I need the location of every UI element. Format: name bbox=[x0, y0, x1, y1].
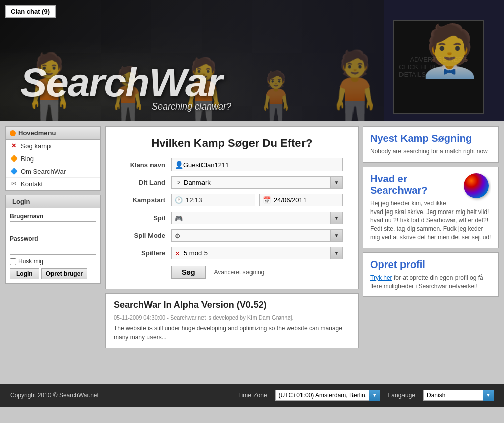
datetime-row: 🕐 📅 bbox=[171, 194, 343, 206]
opret-profil-text: Tryk her for at oprette din egen profil … bbox=[370, 274, 491, 291]
language-label: Langauge bbox=[388, 392, 415, 399]
search-form-title: Hvilken Kamp Søger Du Efter? bbox=[121, 137, 343, 150]
footer-right: Time Zone (UTC+01:00) Amsterdam, Berlin,… bbox=[238, 390, 494, 401]
search-button[interactable]: Søg bbox=[171, 266, 206, 279]
spil-row: Spil 🎮 Counter-Strike Warcraft ▼ bbox=[121, 212, 343, 224]
newest-match-section: Nyest Kamp Søgning Nobody are searching … bbox=[363, 126, 499, 163]
sidebar-label-kontakt: Kontakt bbox=[21, 180, 43, 188]
spillere-label: Spillere bbox=[121, 249, 171, 257]
sidebar-item-om[interactable]: 🔷 Om SearchWar bbox=[6, 165, 100, 178]
flag-icon: 🏳 bbox=[175, 179, 181, 186]
timezone-label: Time Zone bbox=[238, 392, 267, 399]
menu-title: Hovedmenu bbox=[18, 129, 56, 137]
news-box: SearchWar In Alpha Version (V0.52) 05-11… bbox=[105, 293, 359, 348]
timezone-select[interactable]: (UTC+01:00) Amsterdam, Berlin, (UTC) Lon… bbox=[275, 390, 380, 401]
what-is-section: Hvad er Searchwar? Hej jeg heeder kim, v… bbox=[363, 167, 499, 248]
center-panel: Hvilken Kamp Søger Du Efter? Klans navn … bbox=[105, 126, 359, 348]
password-label: Password bbox=[10, 235, 96, 242]
sidebar-label-søg: Søg kamp bbox=[21, 142, 51, 150]
dit-land-row: Dit Land 🏳 Danmark Sverige Norge Germany… bbox=[121, 176, 343, 189]
kampstart-row: Kampstart 🕐 📅 bbox=[121, 194, 343, 206]
game-icon: 🎮 bbox=[175, 214, 183, 222]
date-input[interactable] bbox=[274, 196, 339, 204]
date-cell: 📅 bbox=[259, 194, 343, 206]
menu-indicator bbox=[10, 130, 16, 136]
login-button[interactable]: Login bbox=[10, 268, 39, 279]
news-version-title: SearchWar In Alpha Version (V0.52) bbox=[114, 300, 350, 310]
x-icon: ✕ bbox=[10, 142, 18, 150]
remember-label: Husk mig bbox=[18, 258, 43, 265]
sidebar: Hovedmenu ✕ Søg kamp 🔶 Blog 🔷 Om SearchW… bbox=[5, 126, 101, 348]
tryk-her-link[interactable]: Tryk her bbox=[370, 274, 392, 281]
time-cell: 🕐 bbox=[171, 194, 255, 206]
klans-navn-row: Klans navn 👤 bbox=[121, 158, 343, 171]
spil-label: Spil bbox=[121, 214, 171, 222]
password-input[interactable] bbox=[10, 244, 96, 255]
footer-spacer bbox=[0, 353, 504, 384]
search-form: Hvilken Kamp Søger Du Efter? Klans navn … bbox=[105, 126, 359, 289]
username-label: Brugernavn bbox=[10, 213, 96, 220]
username-input[interactable] bbox=[10, 221, 96, 232]
klans-navn-field: 👤 bbox=[171, 158, 343, 171]
spillere-select[interactable]: 5 mod 5 1 mod 1 2 mod 2 3 mod 3 4 mod 4 bbox=[172, 247, 342, 259]
dit-land-select[interactable]: Danmark Sverige Norge Germany United Kin… bbox=[172, 177, 342, 188]
person-icon: 👤 bbox=[175, 161, 183, 169]
gear-icon: ⚙ bbox=[175, 232, 181, 239]
mascot-container bbox=[464, 173, 491, 201]
clan-chat-button[interactable]: Clan chat (9) bbox=[5, 5, 56, 18]
advanced-search-link[interactable]: Avanceret søgning bbox=[214, 269, 264, 276]
calendar-icon: 📅 bbox=[263, 196, 271, 204]
spil-mode-select[interactable]: Normal Hardcore bbox=[172, 230, 342, 241]
sidebar-item-søg-kamp[interactable]: ✕ Søg kamp bbox=[6, 140, 100, 152]
logo-subtitle: Searching clanwar? bbox=[152, 101, 231, 112]
spillere-select-wrapper: ✕ 5 mod 5 1 mod 1 2 mod 2 3 mod 3 4 mod … bbox=[171, 247, 343, 259]
footer: Copyright 2010 © SearchWar.net Time Zone… bbox=[0, 384, 504, 407]
ad-person-figure: 🧑‍💼 bbox=[418, 25, 481, 76]
spil-mode-select-wrapper: ⚙ Normal Hardcore ▼ bbox=[171, 229, 343, 242]
dit-land-label: Dit Land bbox=[121, 179, 171, 186]
kampstart-label: Kampstart bbox=[121, 196, 171, 204]
opret-profil-section: Opret profil Tryk her for at oprette din… bbox=[363, 252, 499, 297]
mascot-ball bbox=[464, 173, 489, 198]
spil-mode-row: Spil Mode ⚙ Normal Hardcore ▼ bbox=[121, 229, 343, 242]
sidebar-label-blog: Blog bbox=[21, 155, 34, 163]
opret-profil-title: Opret profil bbox=[370, 259, 491, 271]
login-header: Login bbox=[6, 195, 100, 208]
klans-navn-label: Klans navn bbox=[121, 161, 171, 169]
blog-icon: 🔶 bbox=[10, 154, 18, 163]
spil-mode-label: Spil Mode bbox=[121, 232, 171, 239]
header: 🧍 🧍 🧍 🧍 🧍 SearchWar Searching clanwar? C… bbox=[0, 0, 504, 121]
dit-land-select-wrapper: 🏳 Danmark Sverige Norge Germany United K… bbox=[171, 176, 343, 189]
news-meta: 05-11-2009 04:30:00 - Searchwar.net is d… bbox=[114, 314, 350, 321]
main-menu-header: Hovedmenu bbox=[6, 127, 100, 140]
right-panel: Nyest Kamp Søgning Nobody are searching … bbox=[363, 126, 499, 348]
spil-select-wrapper: 🎮 Counter-Strike Warcraft ▼ bbox=[171, 212, 343, 224]
om-icon: 🔷 bbox=[10, 167, 18, 175]
search-btn-row: Søg Avanceret søgning bbox=[121, 266, 343, 279]
spil-select[interactable]: Counter-Strike Warcraft bbox=[172, 212, 342, 224]
login-section: Login Brugernavn Password Husk mig Login… bbox=[5, 195, 101, 284]
ad-banner[interactable]: ADVERTISE HERE CLICK HERE FOR DETAILS 🧑‍… bbox=[393, 20, 484, 114]
language-select[interactable]: Danish English German bbox=[423, 390, 494, 401]
sidebar-item-blog[interactable]: 🔶 Blog bbox=[6, 152, 100, 165]
opret-bruger-button[interactable]: Opret bruger bbox=[41, 268, 87, 279]
newest-match-title: Nyest Kamp Søgning bbox=[370, 133, 491, 144]
language-select-wrapper: Danish English German ▼ bbox=[423, 390, 494, 401]
klans-navn-input[interactable] bbox=[183, 161, 339, 169]
main-menu: Hovedmenu ✕ Søg kamp 🔶 Blog 🔷 Om SearchW… bbox=[5, 126, 101, 191]
sidebar-item-kontakt[interactable]: ✉ Kontakt bbox=[6, 178, 100, 190]
spillere-row: Spillere ✕ 5 mod 5 1 mod 1 2 mod 2 3 mod… bbox=[121, 247, 343, 259]
copyright-text: Copyright 2010 © SearchWar.net bbox=[10, 392, 99, 399]
main-wrapper: Hovedmenu ✕ Søg kamp 🔶 Blog 🔷 Om SearchW… bbox=[0, 121, 504, 353]
newest-match-text: Nobody are searching for a match right n… bbox=[370, 147, 491, 156]
time-input[interactable] bbox=[186, 196, 216, 204]
site-logo: SearchWar bbox=[20, 60, 222, 106]
kontakt-icon: ✉ bbox=[10, 180, 18, 188]
what-is-text: Hej jeg heeder kim, ved ikke hvad jeg sk… bbox=[370, 199, 491, 242]
crossed-swords-icon: ✕ bbox=[175, 249, 180, 257]
login-title: Login bbox=[12, 198, 30, 205]
sidebar-label-om: Om SearchWar bbox=[21, 168, 66, 175]
news-body: The website is still under huge developi… bbox=[114, 324, 350, 342]
timezone-select-wrapper: (UTC+01:00) Amsterdam, Berlin, (UTC) Lon… bbox=[275, 390, 380, 401]
remember-checkbox[interactable] bbox=[10, 258, 16, 265]
